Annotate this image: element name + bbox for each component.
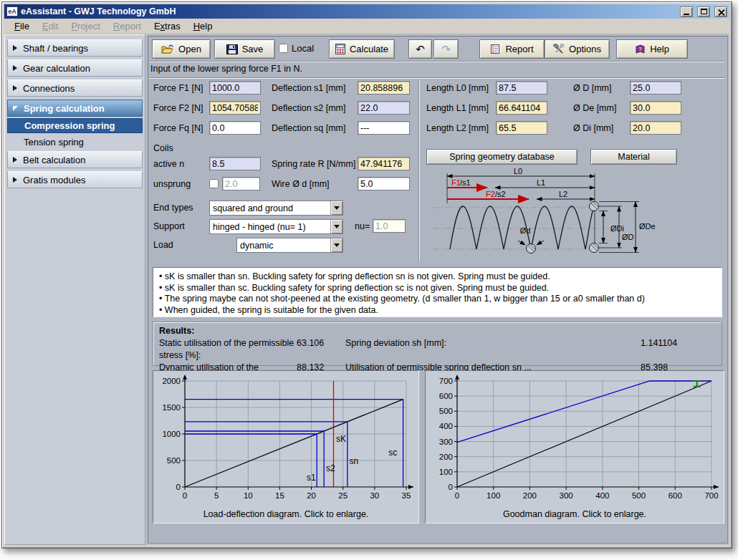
menu-report: Report <box>107 19 147 33</box>
redo-icon: ↷ <box>441 44 451 54</box>
calculator-icon <box>335 44 345 54</box>
svg-text:10: 10 <box>244 491 253 500</box>
end-types-value: squared and ground <box>210 203 330 213</box>
warning-message: sK is smaller than sn. Buckling safety f… <box>159 271 716 283</box>
active-coils-input[interactable] <box>209 157 261 170</box>
support-value: hinged - hinged (nu= 1) <box>210 222 330 232</box>
calculate-button[interactable]: Calculate <box>329 39 395 59</box>
chevron-right-icon <box>13 177 17 183</box>
load-deflection-chart-panel[interactable]: 051015202530350500100015002000s1s2sKsnsc… <box>153 370 419 523</box>
force-f1-input[interactable] <box>209 81 261 95</box>
title-bar[interactable]: eA eAssistant - GWJ Technology GmbH <box>4 4 729 19</box>
dropdown-arrow-button[interactable] <box>330 201 342 215</box>
save-floppy-icon <box>226 44 238 54</box>
result-value: 63.106 <box>297 337 345 362</box>
report-button-label: Report <box>505 44 533 54</box>
goodman-chart-panel[interactable]: 0100200300400500600700010020030040050060… <box>425 370 724 523</box>
load-deflection-caption[interactable]: Load-deflection diagram. Click to enlarg… <box>155 506 417 522</box>
warning-message-box: sK is smaller than sn. Buckling safety f… <box>153 267 722 317</box>
local-checkbox-row[interactable]: Local <box>279 43 314 54</box>
length-l0-input[interactable] <box>496 81 547 95</box>
support-select[interactable]: hinged - hinged (nu= 1) <box>209 219 343 234</box>
length-l2-input[interactable] <box>496 121 547 135</box>
wire-diameter-input[interactable] <box>358 177 410 190</box>
options-button[interactable]: Options <box>545 39 610 59</box>
svg-text:200: 200 <box>439 453 453 461</box>
deflection-s2-input[interactable] <box>358 101 410 115</box>
svg-text:500: 500 <box>167 456 181 465</box>
svg-text:20: 20 <box>307 491 316 500</box>
menu-file[interactable]: File <box>9 19 35 33</box>
menu-bar: File Edit Project Report Extras Help <box>4 19 729 34</box>
sidebar-item-gear-calculation[interactable]: Gear calculation <box>7 59 143 77</box>
sidebar-item-label: Shaft / bearings <box>23 43 88 54</box>
sidebar: Shaft / bearings Gear calculation Connec… <box>4 34 145 545</box>
force-f2-input[interactable] <box>209 101 261 115</box>
sidebar-item-label: Belt calculation <box>23 155 85 165</box>
app-icon: eA <box>6 6 18 16</box>
svg-text:ØDi: ØDi <box>610 224 624 233</box>
chevron-down-icon <box>334 225 340 228</box>
menu-extras[interactable]: Extras <box>148 19 186 33</box>
sidebar-item-spring-calculation[interactable]: Spring calculation <box>7 100 143 117</box>
unsprung-checkbox[interactable] <box>209 179 219 188</box>
svg-text:L2: L2 <box>559 190 567 198</box>
load-select[interactable]: dynamic <box>236 238 343 253</box>
input-section-divider <box>418 79 419 261</box>
chevron-down-icon <box>334 243 340 247</box>
diameter-de-input[interactable] <box>630 101 681 115</box>
end-types-label: End types <box>153 201 193 216</box>
open-button[interactable]: Open <box>152 39 211 59</box>
chevron-right-icon <box>13 45 17 51</box>
deflection-sq-input[interactable] <box>358 121 410 135</box>
menu-edit: Edit <box>37 19 64 33</box>
spring-geometry-database-button[interactable]: Spring geometry database <box>426 149 578 165</box>
redo-button: ↷ <box>433 39 459 59</box>
undo-icon: ↶ <box>416 44 425 54</box>
svg-text:L0: L0 <box>514 168 522 175</box>
diameter-d-label: Ø D [mm] <box>573 81 611 96</box>
diameter-di-input[interactable] <box>630 121 681 135</box>
sidebar-item-label: Gear calculation <box>23 63 90 74</box>
sidebar-item-tension-spring[interactable]: Tension spring <box>7 135 143 150</box>
sidebar-item-connections[interactable]: Connections <box>7 79 143 97</box>
open-button-label: Open <box>178 44 201 54</box>
force-fq-input[interactable] <box>209 121 261 135</box>
load-deflection-chart[interactable]: 051015202530350500100015002000s1s2sKsnsc <box>155 372 416 504</box>
deflection-s1-input[interactable] <box>358 81 410 95</box>
svg-text:sc: sc <box>388 448 397 458</box>
svg-text:/s1: /s1 <box>460 178 471 187</box>
svg-text:0: 0 <box>183 491 187 500</box>
load-value: dynamic <box>237 241 330 251</box>
svg-text:35: 35 <box>402 491 411 500</box>
goodman-chart[interactable]: 0100200300400500600700010020030040050060… <box>427 372 721 504</box>
material-button[interactable]: Material <box>590 149 677 165</box>
support-label: Support <box>153 219 185 234</box>
tools-icon <box>553 44 565 54</box>
minimize-button[interactable] <box>680 6 693 17</box>
save-button[interactable]: Save <box>214 39 275 59</box>
close-button[interactable] <box>714 6 727 17</box>
undo-button[interactable]: ↶ <box>408 39 432 59</box>
dropdown-arrow-button[interactable] <box>330 238 342 252</box>
length-l1-input[interactable] <box>496 101 547 115</box>
sidebar-item-belt-calculation[interactable]: Belt calculation <box>7 151 143 168</box>
local-checkbox[interactable] <box>279 44 288 53</box>
status-divider <box>149 77 725 78</box>
result-label: Static utilisation of the permissible st… <box>159 337 297 362</box>
save-button-label: Save <box>242 44 264 54</box>
diameter-d-input[interactable] <box>630 81 681 95</box>
help-button[interactable]: ? Help <box>616 39 688 59</box>
svg-text:0: 0 <box>449 483 453 491</box>
goodman-caption[interactable]: Goodman diagram. Click to enlarge. <box>427 506 722 522</box>
sidebar-item-shaft-bearings[interactable]: Shaft / bearings <box>7 39 143 57</box>
spring-rate-input[interactable] <box>358 157 410 170</box>
sidebar-item-gratis-modules[interactable]: Gratis modules <box>7 171 143 188</box>
menu-help[interactable]: Help <box>188 19 219 33</box>
end-types-select[interactable]: squared and ground <box>209 201 343 216</box>
diameter-di-label: Ø Di [mm] <box>573 121 613 136</box>
sidebar-item-compression-spring[interactable]: Compression spring <box>7 118 143 133</box>
report-button[interactable]: Report <box>479 39 545 59</box>
dropdown-arrow-button[interactable] <box>330 220 342 233</box>
maximize-button[interactable] <box>697 6 710 17</box>
